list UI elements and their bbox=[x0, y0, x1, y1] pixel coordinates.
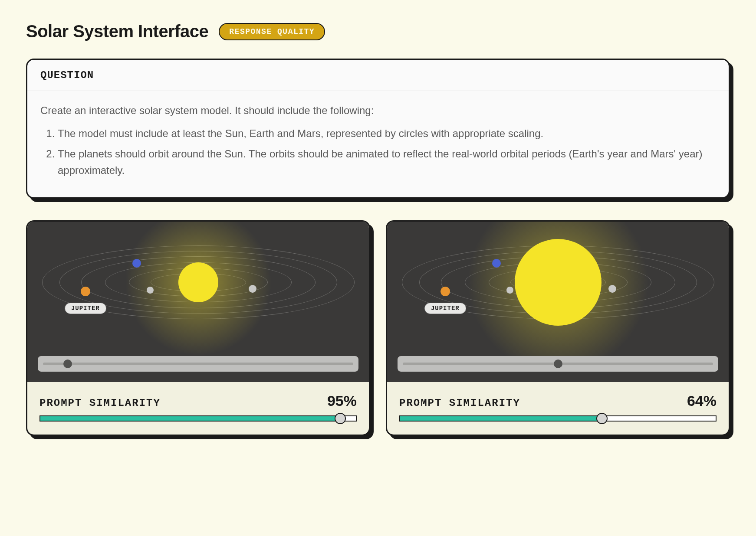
planet[interactable] bbox=[492, 259, 501, 268]
question-list: The model must include at least the Sun,… bbox=[40, 125, 716, 178]
sample-card: JUPITER PROMPT SIMILARITY 64% bbox=[386, 220, 730, 436]
page-title: Solar System Interface bbox=[26, 22, 208, 41]
slider-rail bbox=[403, 363, 713, 365]
similarity-fill bbox=[40, 416, 340, 421]
planet[interactable] bbox=[608, 285, 616, 293]
question-intro: Create an interactive solar system model… bbox=[40, 102, 716, 118]
slider-thumb[interactable] bbox=[554, 360, 562, 368]
sun bbox=[515, 239, 602, 326]
solar-system-viz[interactable]: JUPITER bbox=[387, 222, 729, 382]
sun bbox=[178, 262, 218, 302]
question-body: Create an interactive solar system model… bbox=[27, 91, 729, 197]
planet[interactable] bbox=[440, 287, 450, 296]
question-item: The model must include at least the Sun,… bbox=[58, 125, 716, 141]
question-item: The planets should orbit around the Sun.… bbox=[58, 146, 716, 178]
question-card: QUESTION Create an interactive solar sys… bbox=[26, 59, 730, 199]
similarity-value: 64% bbox=[687, 392, 717, 409]
quality-badge: RESPONSE QUALITY bbox=[219, 23, 325, 40]
zoom-slider[interactable] bbox=[38, 356, 358, 372]
question-header: QUESTION bbox=[27, 60, 729, 91]
zoom-slider[interactable] bbox=[398, 356, 718, 372]
slider-thumb[interactable] bbox=[63, 360, 72, 368]
similarity-thumb[interactable] bbox=[596, 413, 608, 424]
similarity-bar bbox=[399, 415, 717, 422]
solar-system-viz[interactable]: JUPITER bbox=[27, 222, 369, 382]
slider-rail bbox=[43, 363, 353, 365]
samples-row: JUPITER PROMPT SIMILARITY 95% bbox=[26, 220, 730, 436]
similarity-thumb[interactable] bbox=[335, 413, 346, 424]
planet-tooltip: JUPITER bbox=[424, 303, 466, 314]
similarity-value: 95% bbox=[327, 392, 357, 409]
planet[interactable] bbox=[81, 287, 90, 296]
similarity-panel: PROMPT SIMILARITY 95% bbox=[27, 382, 369, 435]
similarity-label: PROMPT SIMILARITY bbox=[39, 397, 161, 409]
planet[interactable] bbox=[506, 287, 513, 294]
planet[interactable] bbox=[132, 259, 141, 268]
question-label: QUESTION bbox=[40, 69, 716, 81]
sample-card: JUPITER PROMPT SIMILARITY 95% bbox=[26, 220, 370, 436]
page-header: Solar System Interface RESPONSE QUALITY bbox=[26, 22, 730, 41]
planet[interactable] bbox=[249, 285, 256, 293]
similarity-panel: PROMPT SIMILARITY 64% bbox=[387, 382, 729, 435]
planet-tooltip: JUPITER bbox=[65, 303, 106, 314]
similarity-label: PROMPT SIMILARITY bbox=[399, 397, 520, 409]
similarity-bar bbox=[39, 415, 357, 422]
similarity-fill bbox=[400, 416, 602, 421]
planet[interactable] bbox=[147, 287, 154, 294]
